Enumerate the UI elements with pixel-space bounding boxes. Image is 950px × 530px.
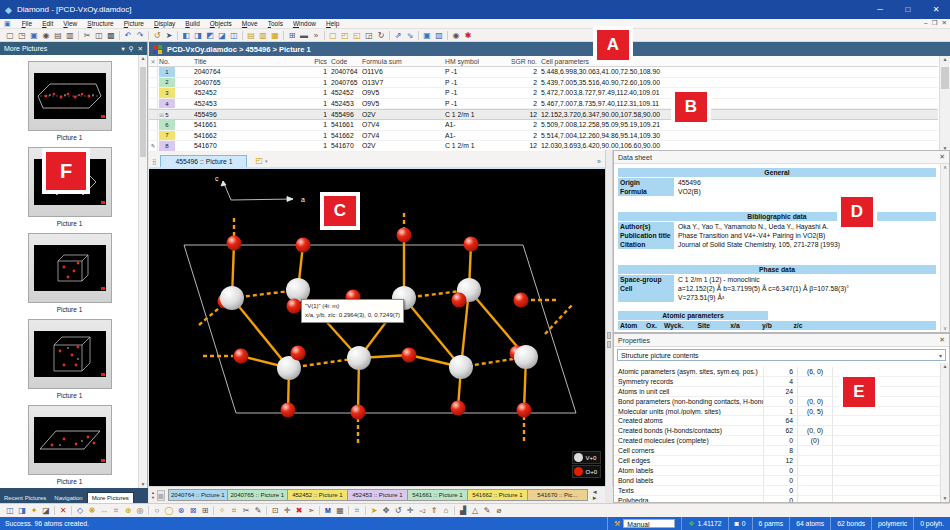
oxygen-atom[interactable] xyxy=(287,299,302,314)
property-row[interactable]: Atomic parameters (asym. sites, sym.eq. … xyxy=(614,367,940,377)
pin-icon[interactable]: ⚲ xyxy=(129,45,134,53)
toolbar-icon[interactable]: ↺ xyxy=(392,505,404,516)
table-close-icon[interactable]: ✕ xyxy=(149,56,158,66)
toolbar-icon[interactable]: ↶ xyxy=(122,30,134,41)
property-row[interactable]: Bond labels 0 xyxy=(614,476,940,486)
property-row[interactable]: Created atoms 64 xyxy=(614,416,940,426)
table-row[interactable]: ⊞ 2 2040765 1 2040765 O13V7 P -1 2 5.439… xyxy=(149,78,938,89)
column-header-cell-parameters[interactable]: Cell parameters xyxy=(541,56,791,66)
oxygen-atom[interactable] xyxy=(451,401,466,416)
oxygen-atom[interactable] xyxy=(402,348,417,363)
minimize-button[interactable]: ─ xyxy=(866,0,894,19)
toolbar-icon[interactable]: ◨ xyxy=(16,505,28,516)
oxygen-atom[interactable] xyxy=(397,228,412,243)
toolbar-icon[interactable]: ▦ xyxy=(269,30,281,41)
property-row[interactable]: Cell edges 12 xyxy=(614,456,940,466)
toolbar-icon[interactable]: ⊞ xyxy=(286,30,298,41)
picture-tab[interactable]: 452452 :: Picture 1 xyxy=(288,489,348,501)
toolbar-icon[interactable]: ○ xyxy=(151,505,163,516)
mode-field[interactable]: Manual xyxy=(623,519,675,528)
vanadium-atom[interactable] xyxy=(220,286,244,310)
property-row[interactable]: Cell corners 8 xyxy=(614,446,940,456)
table-row[interactable]: ⊞ 5 455496 1 455496 O2V C 1 2/m 1 12 12.… xyxy=(149,109,938,120)
oxygen-atom[interactable] xyxy=(514,293,529,308)
oxygen-atom[interactable] xyxy=(464,237,479,252)
toolbar-icon[interactable]: ▢ xyxy=(4,30,16,41)
menu-item[interactable]: Display xyxy=(149,20,180,27)
toolbar-icon[interactable]: ◪ xyxy=(40,505,52,516)
menu-item[interactable]: File xyxy=(17,20,38,27)
toolbar-icon[interactable]: ◅ xyxy=(416,505,428,516)
picture-thumbnail[interactable]: Picture 1 xyxy=(0,319,139,399)
toolbar-icon[interactable]: ◲ xyxy=(363,30,375,41)
toolbar-icon[interactable]: ◩ xyxy=(204,30,216,41)
toolbar-icon[interactable]: M xyxy=(322,505,334,516)
toolbar-icon[interactable]: ▨ xyxy=(433,30,445,41)
panel-tab[interactable]: Recent Pictures xyxy=(0,493,50,503)
menu-item[interactable]: Tools xyxy=(263,20,288,27)
menu-item[interactable]: Window xyxy=(288,20,321,27)
panel-tab[interactable]: More Pictures xyxy=(87,492,134,503)
toolbar-icon[interactable]: ▟ xyxy=(457,505,469,516)
oxygen-atom[interactable] xyxy=(234,349,249,364)
toolbar-icon[interactable]: ▦ xyxy=(334,505,346,516)
panel-splitter[interactable] xyxy=(605,150,613,486)
property-row[interactable]: Atom labels 0 xyxy=(614,466,940,476)
properties-selector[interactable]: Structure picture contents ▾ xyxy=(617,349,946,361)
toolbar-icon[interactable]: ▥ xyxy=(64,30,76,41)
vanadium-atom[interactable] xyxy=(514,345,538,369)
toolbar-icon[interactable]: ◫ xyxy=(4,505,16,516)
toolbar-icon[interactable]: ⇑ xyxy=(428,505,440,516)
menu-item[interactable]: Move xyxy=(237,20,263,27)
toolbar-icon[interactable]: ✛ xyxy=(404,505,416,516)
toolbar-icon[interactable]: ⌗ xyxy=(351,505,363,516)
panel-tab[interactable]: Navigation xyxy=(50,493,86,503)
table-row[interactable]: ⊞ 7 541662 1 541662 O7V4 A1- 2 5.514,7.0… xyxy=(149,131,938,142)
menu-item[interactable]: Help xyxy=(321,20,344,27)
menu-item[interactable]: Edit xyxy=(37,20,58,27)
oxygen-atom[interactable] xyxy=(281,403,296,418)
maximize-button[interactable]: □ xyxy=(894,0,922,19)
oxygen-atom[interactable] xyxy=(227,236,242,251)
toolbar-icon[interactable]: ✎ xyxy=(481,505,493,516)
toolbar-icon[interactable]: ⌂ xyxy=(440,505,452,516)
picture-tab[interactable]: 2040765 :: Picture 1 xyxy=(228,489,288,501)
mdi-minimize-button[interactable]: – xyxy=(924,19,928,27)
picture-tab[interactable]: 452453 :: Picture 1 xyxy=(348,489,408,501)
picture-tab[interactable]: 541662 :: Picture 1 xyxy=(468,489,528,501)
table-scrollbar[interactable]: ▲▼ xyxy=(939,56,950,152)
toolbar-icon[interactable]: ❋ xyxy=(86,505,98,516)
toolbar-icon[interactable]: ⌗ xyxy=(228,505,240,516)
property-row[interactable]: Polyhedra 0 xyxy=(614,496,940,502)
vanadium-atom[interactable] xyxy=(449,355,473,379)
toolbar-icon[interactable]: ↷ xyxy=(134,30,146,41)
column-header-code[interactable]: Code xyxy=(331,56,361,66)
toolbar-icon[interactable]: ◪ xyxy=(216,30,228,41)
toolbar-icon[interactable]: ◎ xyxy=(134,505,146,516)
toolbar-icon[interactable]: ⊕ xyxy=(122,505,134,516)
property-row[interactable]: Texts 0 xyxy=(614,486,940,496)
active-picture-tab[interactable]: 455496 :: Picture 1 xyxy=(160,155,247,167)
toolbar-icon[interactable]: ⊞ xyxy=(199,505,211,516)
toolbar-icon[interactable]: ✥ xyxy=(380,505,392,516)
toolbar-icon[interactable]: ⇘ xyxy=(404,30,416,41)
tab-overflow-icon[interactable]: » xyxy=(597,158,601,165)
toolbar-icon[interactable]: ◰ xyxy=(339,30,351,41)
toolbar-icon[interactable]: ↻ xyxy=(375,30,387,41)
table-row[interactable]: ⊞ 4 452453 1 452453 O9V5 P -1 2 5.467,7.… xyxy=(149,99,938,110)
tab-list-button[interactable]: ▥ xyxy=(157,490,165,501)
chevron-down-icon[interactable]: ▾ xyxy=(122,45,125,53)
toolbar-icon[interactable]: ✛ xyxy=(281,505,293,516)
toolbar-icon[interactable]: ▣ xyxy=(28,30,40,41)
picture-tab[interactable]: 541670 :: Pic... xyxy=(528,489,588,501)
tab-dropdown-icon[interactable]: ▾ xyxy=(263,158,270,167)
column-header-sgr-no[interactable]: SGR no. xyxy=(507,56,537,66)
picture-tab[interactable]: 541661 :: Picture 1 xyxy=(408,489,468,501)
toolbar-icon[interactable]: ▥ xyxy=(257,30,269,41)
toolbar-icon[interactable]: ✂ xyxy=(240,505,252,516)
menu-item[interactable]: Build xyxy=(180,20,204,27)
menu-item[interactable]: View xyxy=(58,20,82,27)
picture-thumbnail[interactable]: Picture 1 xyxy=(0,61,139,141)
column-header-formula-sum[interactable]: Formula sum xyxy=(362,56,442,66)
property-row[interactable]: Bond parameters (non-bonding contacts, H… xyxy=(614,397,940,407)
